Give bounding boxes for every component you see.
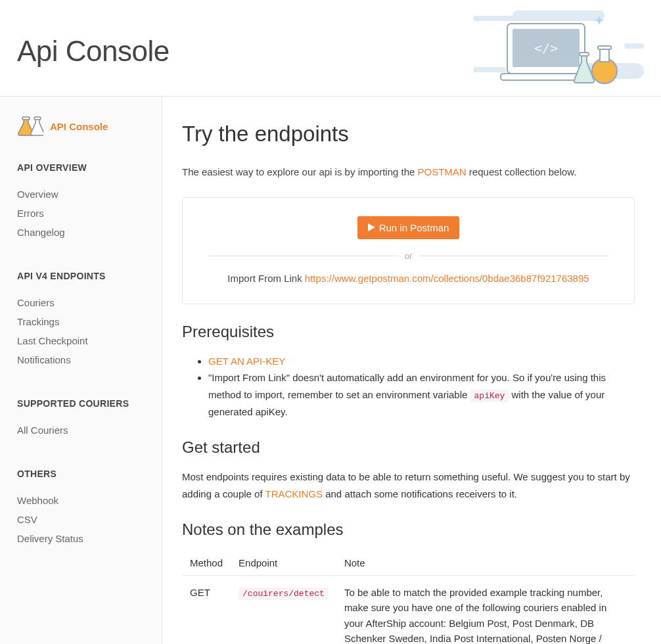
sidebar-item-webhook[interactable]: Webhook — [17, 491, 145, 510]
prereq-list: GET AN API-KEY "Import From Link" doesn'… — [182, 353, 635, 421]
prereq-item-apikey: GET AN API-KEY — [208, 353, 635, 370]
svg-rect-11 — [598, 46, 611, 49]
svg-text:</>: </> — [534, 40, 558, 56]
import-link[interactable]: https://www.getpostman.com/collections/0… — [305, 273, 589, 284]
getstarted-suffix: and attach some notifications receivers … — [323, 488, 517, 499]
get-apikey-link[interactable]: GET AN API-KEY — [208, 356, 285, 367]
sidebar-item-overview[interactable]: Overview — [17, 185, 145, 204]
prereq-item-env: "Import From Link" doesn't automatically… — [208, 369, 635, 420]
svg-rect-12 — [580, 53, 589, 56]
getstarted-heading: Get started — [182, 438, 635, 457]
sidebar-section-supported: SUPPORTED COURIERS All Couriers — [17, 398, 145, 440]
sidebar-section-overview: API OVERVIEW Overview Errors Changelog — [17, 162, 145, 242]
or-label: or — [398, 251, 419, 261]
apikey-code: apiKey — [470, 390, 509, 402]
trackings-link[interactable]: TRACKINGS — [265, 488, 323, 499]
intro-prefix: The easiest way to explore our api is by… — [182, 166, 418, 177]
svg-rect-4 — [473, 67, 506, 72]
sidebar-item-changelog[interactable]: Changelog — [17, 223, 145, 242]
table-row: GET /couirers/detect To be able to match… — [182, 576, 635, 644]
header-illustration: </> — [473, 11, 644, 86]
svg-rect-1 — [513, 11, 604, 21]
th-method: Method — [182, 551, 231, 576]
sidebar: API Console API OVERVIEW Overview Errors… — [0, 97, 162, 644]
sidebar-item-notifications[interactable]: Notifications — [17, 350, 145, 369]
svg-rect-13 — [22, 117, 30, 120]
sidebar-brand[interactable]: API Console — [17, 116, 145, 136]
prereq-heading: Prerequisites — [182, 323, 635, 341]
sidebar-item-delivery-status[interactable]: Delivery Status — [17, 529, 145, 548]
page-title: Api Console — [17, 35, 170, 68]
th-endpoint: Endpoint — [231, 551, 336, 576]
cell-endpoint: /couirers/detect — [231, 576, 336, 644]
sidebar-section-title: OTHERS — [17, 469, 145, 479]
flask-icon — [17, 116, 43, 136]
notes-table: Method Endpoint Note GET /couirers/detec… — [182, 551, 635, 644]
sidebar-section-endpoints: API V4 ENDPOINTS Couriers Trackings Last… — [17, 271, 145, 369]
sidebar-section-others: OTHERS Webhook CSV Delivery Status — [17, 469, 145, 548]
svg-rect-10 — [600, 49, 609, 62]
svg-rect-2 — [624, 43, 644, 49]
getstarted-paragraph: Most endpoints requires existing data to… — [182, 469, 635, 502]
page-header: Api Console </> — [0, 0, 661, 97]
cell-method: GET — [182, 576, 231, 644]
sidebar-section-title: API OVERVIEW — [17, 162, 145, 173]
main-heading: Try the endpoints — [182, 122, 635, 147]
endpoint-code: /couirers/detect — [239, 587, 329, 600]
sidebar-brand-label: API Console — [50, 121, 108, 132]
sidebar-item-errors[interactable]: Errors — [17, 204, 145, 223]
run-postman-label: Run in Postman — [379, 222, 449, 233]
sidebar-item-couriers[interactable]: Couriers — [17, 293, 145, 312]
page-layout: API Console API OVERVIEW Overview Errors… — [0, 97, 661, 644]
import-prefix: Import From Link — [227, 273, 305, 284]
postman-panel: Run in Postman or Import From Link https… — [182, 197, 635, 304]
sidebar-item-last-checkpoint[interactable]: Last Checkpoint — [17, 331, 145, 350]
cell-note: To be able to match the provided example… — [336, 576, 635, 644]
run-postman-button[interactable]: Run in Postman — [357, 216, 460, 239]
th-note: Note — [336, 551, 635, 576]
sidebar-item-csv[interactable]: CSV — [17, 510, 145, 529]
svg-rect-14 — [34, 117, 41, 120]
import-line: Import From Link https://www.getpostman.… — [196, 273, 621, 284]
sidebar-item-all-couriers[interactable]: All Couriers — [17, 421, 145, 440]
postman-link[interactable]: POSTMAN — [418, 166, 467, 177]
notes-heading: Notes on the examples — [182, 520, 635, 539]
sidebar-item-trackings[interactable]: Trackings — [17, 312, 145, 331]
sidebar-section-title: API V4 ENDPOINTS — [17, 271, 145, 281]
main-content: Try the endpoints The easiest way to exp… — [162, 97, 661, 644]
intro-suffix: request collection below. — [467, 166, 577, 177]
intro-paragraph: The easiest way to explore our api is by… — [182, 165, 635, 180]
sidebar-section-title: SUPPORTED COURIERS — [17, 398, 145, 409]
or-divider: or — [209, 251, 608, 261]
play-icon — [368, 223, 375, 231]
